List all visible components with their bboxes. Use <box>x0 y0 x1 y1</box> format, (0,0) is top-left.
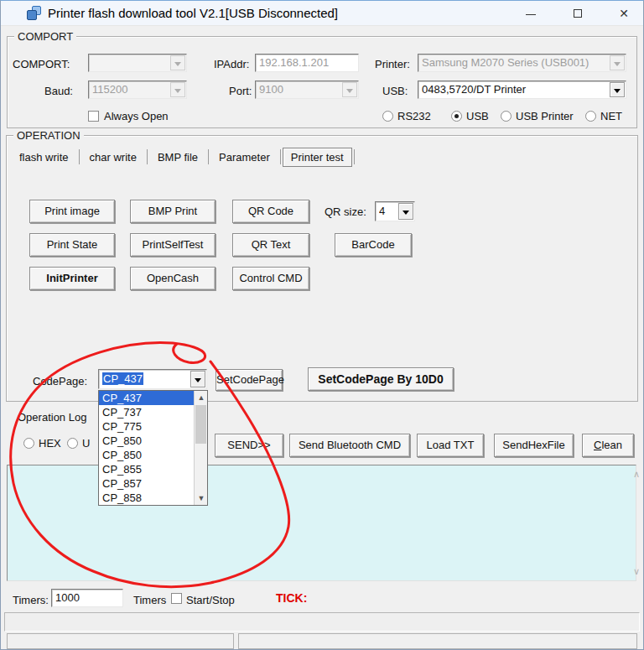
print-self-test-button[interactable]: PrintSelfTest <box>130 233 216 257</box>
radio-rs232[interactable] <box>382 111 393 122</box>
radio-rs232-label: RS232 <box>397 110 431 122</box>
radio-usb-printer-label: USB Printer <box>516 110 574 122</box>
always-open-label: Always Open <box>104 110 169 122</box>
codepage-option[interactable]: CP_737 <box>99 405 207 419</box>
timers-checkbox-label: Timers <box>133 594 166 606</box>
set-codepage-by-10d0-button[interactable]: SetCodePage By 10D0 <box>308 367 454 391</box>
codepage-option[interactable]: CP_775 <box>99 419 207 434</box>
usb-select[interactable]: 0483,5720/DT Printer <box>418 81 626 99</box>
tab-bmp-file[interactable]: BMP file <box>149 148 206 166</box>
codepage-option[interactable]: CP_850 <box>99 434 207 448</box>
printer-label: Printer: <box>375 58 410 70</box>
usb-select-arrow[interactable] <box>610 82 625 97</box>
baud-select-arrow[interactable] <box>170 82 185 97</box>
tab-separator <box>147 149 148 164</box>
start-stop-checkbox[interactable] <box>171 593 182 604</box>
send-button[interactable]: SEND>> <box>215 434 283 457</box>
radio-net-label: NET <box>600 110 622 122</box>
tab-parameter[interactable]: Parameter <box>210 148 278 166</box>
timers-input[interactable]: 1000 <box>51 589 123 607</box>
scrollbar-thumb[interactable] <box>195 405 206 444</box>
radio-second-label: U <box>82 437 90 450</box>
message-bar <box>4 612 640 632</box>
port-select-arrow[interactable] <box>342 82 357 97</box>
codepage-option[interactable]: CP_855 <box>99 462 207 476</box>
comport-select[interactable] <box>88 54 187 72</box>
port-select[interactable]: 9100 <box>255 81 359 99</box>
codepage-option[interactable]: CP_850 <box>99 448 207 462</box>
codepage-dropdown-list: CP_437 CP_737 CP_775 CP_850 CP_850 CP_85… <box>98 390 208 506</box>
comport-label: COMPORT: <box>13 58 70 70</box>
minimize-icon <box>526 14 536 15</box>
bmp-print-button[interactable]: BMP Print <box>130 200 216 223</box>
print-image-button[interactable]: Print image <box>29 200 115 223</box>
close-button[interactable]: ✕ <box>610 3 638 23</box>
control-cmd-button[interactable]: Control CMD <box>232 267 309 290</box>
title-bar: Printer flash download tool V2.1[USB Dis… <box>1 1 643 26</box>
start-stop-label: Start/Stop <box>186 594 235 606</box>
send-hex-file-button[interactable]: SendHexFile <box>494 434 574 457</box>
timers-label: Timers: <box>13 594 49 606</box>
usb-label: USB: <box>382 85 408 97</box>
send-bluetooth-cmd-button[interactable]: Send Bluetooth CMD <box>289 434 410 457</box>
codepage-option[interactable]: CP_857 <box>99 476 207 491</box>
dropdown-scrollbar[interactable]: ▲ ▼ <box>194 391 207 505</box>
tab-separator <box>79 149 80 164</box>
window-title: Printer flash download tool V2.1[USB Dis… <box>48 6 338 20</box>
operation-log-label: Operation Log <box>18 411 86 424</box>
qr-text-button[interactable]: QR Text <box>232 233 309 257</box>
printer-select[interactable]: Samsung M2070 Series (USB001) <box>418 54 626 72</box>
tab-flash-write[interactable]: flash write <box>11 148 77 166</box>
barcode-button[interactable]: BarCode <box>335 233 412 257</box>
app-icon <box>27 6 42 21</box>
radio-usb-printer[interactable] <box>501 111 512 122</box>
print-state-button[interactable]: Print State <box>29 233 115 257</box>
codepage-option[interactable]: CP_858 <box>99 491 207 505</box>
open-cash-button[interactable]: OpenCash <box>130 267 216 290</box>
qr-size-select[interactable]: 4 <box>375 201 415 221</box>
qr-size-select-arrow[interactable] <box>398 203 413 220</box>
radio-usb-label: USB <box>466 110 489 122</box>
comport-select-arrow[interactable] <box>170 55 185 70</box>
ipaddr-label: IPAddr: <box>214 58 249 70</box>
minimize-button[interactable] <box>517 3 545 23</box>
baud-label: Baud: <box>44 85 73 97</box>
log-scroll-up-icon[interactable]: ∧ <box>633 469 640 480</box>
radio-net[interactable] <box>585 111 596 122</box>
codepage-select-arrow[interactable] <box>190 371 205 387</box>
scroll-down-icon[interactable]: ▼ <box>195 491 208 505</box>
codepage-selected-value: CP_437 <box>102 372 143 385</box>
radio-hex[interactable] <box>23 438 34 449</box>
log-scroll-down-icon[interactable]: ∨ <box>633 566 640 577</box>
clean-button[interactable]: Clean <box>582 434 634 457</box>
port-label: Port: <box>229 85 252 97</box>
codepage-select[interactable]: CP_437 <box>98 369 207 389</box>
radio-usb[interactable] <box>451 111 462 122</box>
init-printer-button[interactable]: InitPrinter <box>29 267 115 290</box>
radio-hex-label: HEX <box>39 437 61 450</box>
always-open-checkbox[interactable] <box>88 111 99 122</box>
tab-printer-test[interactable]: Printer test <box>283 148 352 167</box>
tab-separator <box>208 149 209 164</box>
codepage-option[interactable]: CP_437 <box>99 391 207 405</box>
maximize-button[interactable] <box>564 3 593 23</box>
ipaddr-field[interactable]: 192.168.1.201 <box>255 54 359 72</box>
comport-group-label: COMPORT <box>14 30 76 43</box>
tab-char-write[interactable]: char write <box>81 148 145 166</box>
qr-size-label: QR size: <box>325 205 366 218</box>
baud-select[interactable]: 115200 <box>88 81 187 99</box>
operation-group-label: OPERATION <box>13 129 84 142</box>
qr-code-button[interactable]: QR Code <box>232 200 309 223</box>
operation-tabs: flash write char write BMP file Paramete… <box>11 147 356 167</box>
maximize-icon <box>574 9 582 18</box>
printer-select-arrow[interactable] <box>610 55 625 70</box>
tab-separator <box>354 149 355 164</box>
app-window: Printer flash download tool V2.1[USB Dis… <box>0 0 644 650</box>
codepage-label: CodePage: <box>33 375 87 387</box>
set-codepage-button[interactable]: SetCodePage <box>216 369 283 391</box>
radio-second[interactable] <box>67 438 78 449</box>
statusbar-panel-2 <box>238 633 637 649</box>
load-txt-button[interactable]: Load TXT <box>417 434 484 457</box>
statusbar-panel-1 <box>7 633 234 649</box>
scroll-up-icon[interactable]: ▲ <box>195 391 208 404</box>
